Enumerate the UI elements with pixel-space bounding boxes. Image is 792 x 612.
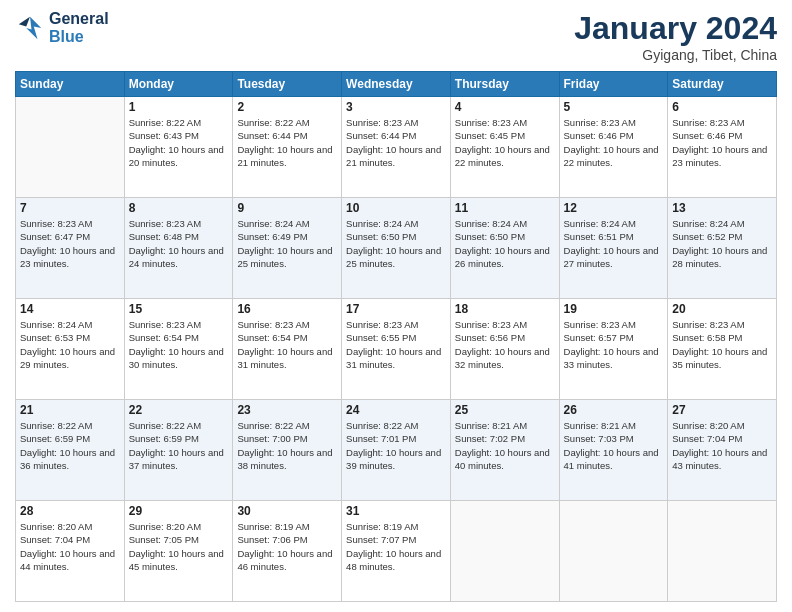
sunset-text: Sunset: 7:04 PM (672, 432, 772, 445)
calendar: Sunday Monday Tuesday Wednesday Thursday… (15, 71, 777, 602)
col-wednesday: Wednesday (342, 72, 451, 97)
sunset-text: Sunset: 6:54 PM (129, 331, 229, 344)
day-number: 18 (455, 302, 555, 316)
col-friday: Friday (559, 72, 668, 97)
calendar-week-row: 7Sunrise: 8:23 AMSunset: 6:47 PMDaylight… (16, 198, 777, 299)
location: Gyigang, Tibet, China (574, 47, 777, 63)
sunrise-text: Sunrise: 8:23 AM (672, 318, 772, 331)
day-number: 27 (672, 403, 772, 417)
col-saturday: Saturday (668, 72, 777, 97)
sunset-text: Sunset: 6:47 PM (20, 230, 120, 243)
col-sunday: Sunday (16, 72, 125, 97)
sunset-text: Sunset: 6:52 PM (672, 230, 772, 243)
day-number: 13 (672, 201, 772, 215)
daylight-text: Daylight: 10 hours and 43 minutes. (672, 446, 772, 473)
sunset-text: Sunset: 6:59 PM (129, 432, 229, 445)
day-number: 28 (20, 504, 120, 518)
header: General Blue January 2024 Gyigang, Tibet… (15, 10, 777, 63)
day-info: Sunrise: 8:23 AMSunset: 6:55 PMDaylight:… (346, 318, 446, 371)
sunset-text: Sunset: 6:46 PM (564, 129, 664, 142)
day-info: Sunrise: 8:19 AMSunset: 7:06 PMDaylight:… (237, 520, 337, 573)
day-number: 30 (237, 504, 337, 518)
sunrise-text: Sunrise: 8:20 AM (20, 520, 120, 533)
day-number: 9 (237, 201, 337, 215)
daylight-text: Daylight: 10 hours and 20 minutes. (129, 143, 229, 170)
day-info: Sunrise: 8:22 AMSunset: 6:59 PMDaylight:… (129, 419, 229, 472)
day-number: 4 (455, 100, 555, 114)
sunrise-text: Sunrise: 8:23 AM (237, 318, 337, 331)
sunset-text: Sunset: 6:59 PM (20, 432, 120, 445)
day-info: Sunrise: 8:23 AMSunset: 6:46 PMDaylight:… (564, 116, 664, 169)
day-number: 22 (129, 403, 229, 417)
day-info: Sunrise: 8:23 AMSunset: 6:45 PMDaylight:… (455, 116, 555, 169)
sunrise-text: Sunrise: 8:23 AM (564, 318, 664, 331)
calendar-cell: 10Sunrise: 8:24 AMSunset: 6:50 PMDayligh… (342, 198, 451, 299)
daylight-text: Daylight: 10 hours and 27 minutes. (564, 244, 664, 271)
daylight-text: Daylight: 10 hours and 35 minutes. (672, 345, 772, 372)
day-number: 12 (564, 201, 664, 215)
sunrise-text: Sunrise: 8:24 AM (564, 217, 664, 230)
sunrise-text: Sunrise: 8:23 AM (455, 318, 555, 331)
calendar-cell: 23Sunrise: 8:22 AMSunset: 7:00 PMDayligh… (233, 400, 342, 501)
sunset-text: Sunset: 6:44 PM (346, 129, 446, 142)
svg-marker-1 (19, 17, 30, 27)
calendar-cell: 29Sunrise: 8:20 AMSunset: 7:05 PMDayligh… (124, 501, 233, 602)
title-block: January 2024 Gyigang, Tibet, China (574, 10, 777, 63)
sunrise-text: Sunrise: 8:21 AM (455, 419, 555, 432)
day-info: Sunrise: 8:22 AMSunset: 7:01 PMDaylight:… (346, 419, 446, 472)
day-info: Sunrise: 8:23 AMSunset: 6:54 PMDaylight:… (129, 318, 229, 371)
sunset-text: Sunset: 7:06 PM (237, 533, 337, 546)
sunset-text: Sunset: 6:44 PM (237, 129, 337, 142)
day-info: Sunrise: 8:23 AMSunset: 6:57 PMDaylight:… (564, 318, 664, 371)
col-tuesday: Tuesday (233, 72, 342, 97)
sunrise-text: Sunrise: 8:21 AM (564, 419, 664, 432)
sunrise-text: Sunrise: 8:22 AM (346, 419, 446, 432)
logo-icon (15, 13, 45, 43)
calendar-week-row: 21Sunrise: 8:22 AMSunset: 6:59 PMDayligh… (16, 400, 777, 501)
daylight-text: Daylight: 10 hours and 32 minutes. (455, 345, 555, 372)
sunset-text: Sunset: 6:58 PM (672, 331, 772, 344)
sunset-text: Sunset: 6:45 PM (455, 129, 555, 142)
col-monday: Monday (124, 72, 233, 97)
sunrise-text: Sunrise: 8:19 AM (346, 520, 446, 533)
calendar-cell: 20Sunrise: 8:23 AMSunset: 6:58 PMDayligh… (668, 299, 777, 400)
page: General Blue January 2024 Gyigang, Tibet… (0, 0, 792, 612)
sunset-text: Sunset: 6:55 PM (346, 331, 446, 344)
day-info: Sunrise: 8:24 AMSunset: 6:52 PMDaylight:… (672, 217, 772, 270)
day-info: Sunrise: 8:23 AMSunset: 6:44 PMDaylight:… (346, 116, 446, 169)
day-info: Sunrise: 8:20 AMSunset: 7:04 PMDaylight:… (672, 419, 772, 472)
calendar-cell: 14Sunrise: 8:24 AMSunset: 6:53 PMDayligh… (16, 299, 125, 400)
calendar-cell: 25Sunrise: 8:21 AMSunset: 7:02 PMDayligh… (450, 400, 559, 501)
day-info: Sunrise: 8:24 AMSunset: 6:50 PMDaylight:… (346, 217, 446, 270)
calendar-cell (668, 501, 777, 602)
day-info: Sunrise: 8:20 AMSunset: 7:04 PMDaylight:… (20, 520, 120, 573)
calendar-cell: 5Sunrise: 8:23 AMSunset: 6:46 PMDaylight… (559, 97, 668, 198)
day-number: 6 (672, 100, 772, 114)
daylight-text: Daylight: 10 hours and 44 minutes. (20, 547, 120, 574)
sunset-text: Sunset: 6:50 PM (455, 230, 555, 243)
day-number: 2 (237, 100, 337, 114)
daylight-text: Daylight: 10 hours and 31 minutes. (346, 345, 446, 372)
day-info: Sunrise: 8:22 AMSunset: 6:59 PMDaylight:… (20, 419, 120, 472)
sunrise-text: Sunrise: 8:20 AM (672, 419, 772, 432)
sunset-text: Sunset: 7:02 PM (455, 432, 555, 445)
day-number: 8 (129, 201, 229, 215)
daylight-text: Daylight: 10 hours and 25 minutes. (346, 244, 446, 271)
sunrise-text: Sunrise: 8:23 AM (455, 116, 555, 129)
day-info: Sunrise: 8:23 AMSunset: 6:56 PMDaylight:… (455, 318, 555, 371)
sunrise-text: Sunrise: 8:22 AM (237, 419, 337, 432)
day-info: Sunrise: 8:23 AMSunset: 6:58 PMDaylight:… (672, 318, 772, 371)
daylight-text: Daylight: 10 hours and 23 minutes. (672, 143, 772, 170)
day-number: 29 (129, 504, 229, 518)
calendar-cell: 12Sunrise: 8:24 AMSunset: 6:51 PMDayligh… (559, 198, 668, 299)
sunrise-text: Sunrise: 8:22 AM (129, 116, 229, 129)
calendar-cell: 13Sunrise: 8:24 AMSunset: 6:52 PMDayligh… (668, 198, 777, 299)
daylight-text: Daylight: 10 hours and 48 minutes. (346, 547, 446, 574)
calendar-cell: 27Sunrise: 8:20 AMSunset: 7:04 PMDayligh… (668, 400, 777, 501)
sunset-text: Sunset: 6:46 PM (672, 129, 772, 142)
calendar-cell: 4Sunrise: 8:23 AMSunset: 6:45 PMDaylight… (450, 97, 559, 198)
day-number: 25 (455, 403, 555, 417)
sunset-text: Sunset: 6:43 PM (129, 129, 229, 142)
sunrise-text: Sunrise: 8:23 AM (346, 116, 446, 129)
calendar-week-row: 28Sunrise: 8:20 AMSunset: 7:04 PMDayligh… (16, 501, 777, 602)
